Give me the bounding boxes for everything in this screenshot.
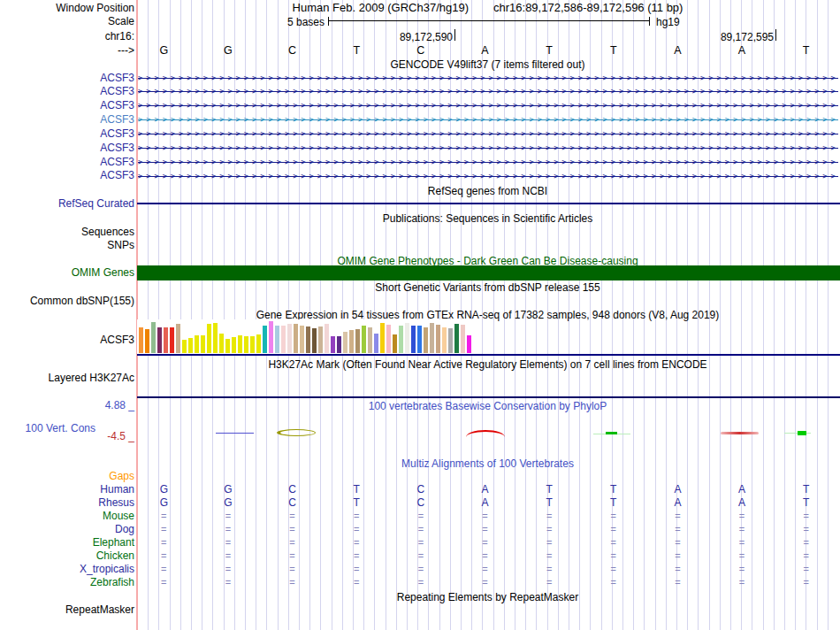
base-ruler[interactable]: GGCTCATTAAT [132, 45, 838, 57]
gtex-tissue-bar[interactable] [405, 323, 409, 353]
species-label-zebrafish[interactable]: Zebrafish [0, 577, 134, 588]
gtex-tissue-bar[interactable] [238, 335, 242, 353]
gtex-tissue-bar[interactable] [380, 323, 385, 353]
gene-label-acsf3-7[interactable]: ACSF3 [0, 157, 134, 168]
gtex-tissue-bar[interactable] [201, 335, 205, 353]
gtex-tissue-bar[interactable] [176, 324, 180, 353]
gene-arrow-line-1[interactable]: >>>>>>>>>>>>>>>>>>>>>>>>>>>>>>>>>>>>>>>>… [138, 73, 838, 83]
gene-label-acsf3-2[interactable]: ACSF3 [0, 86, 134, 97]
gtex-tissue-bar[interactable] [461, 325, 465, 353]
gene-label-acsf3-8[interactable]: ACSF3 [0, 170, 134, 181]
gencode-title[interactable]: GENCODE V49lift37 (7 items filtered out) [137, 59, 838, 71]
gtex-tissue-bar[interactable] [275, 326, 279, 353]
gtex-tissue-bar[interactable] [436, 325, 440, 353]
gtex-tissue-bar[interactable] [188, 338, 193, 353]
h3k27ac-label[interactable]: Layered H3K27Ac [0, 373, 134, 384]
gtex-tissue-bar[interactable] [225, 339, 230, 353]
gtex-tissue-bar[interactable] [170, 327, 174, 353]
gene-label-acsf3-6[interactable]: ACSF3 [0, 142, 134, 154]
species-label-gaps[interactable]: Gaps [0, 471, 134, 482]
gtex-tissue-bar[interactable] [368, 327, 372, 353]
gtex-tissue-bar[interactable] [343, 332, 347, 353]
refseq-curated-label[interactable]: RefSeq Curated [0, 198, 134, 210]
species-label-elephant[interactable]: Elephant [0, 537, 134, 549]
phylop-title[interactable]: 100 vertebrates Basewise Conservation by… [137, 401, 838, 412]
sequences-label[interactable]: Sequences [0, 227, 134, 238]
gtex-tissue-bar[interactable] [213, 323, 218, 353]
gene-arrow-line-3[interactable]: >>>>>>>>>>>>>>>>>>>>>>>>>>>>>>>>>>>>>>>>… [138, 101, 838, 111]
species-label-rhesus[interactable]: Rhesus [0, 497, 134, 509]
gtex-tissue-bar[interactable] [195, 335, 199, 353]
repeatmasker-title[interactable]: Repeating Elements by RepeatMasker [137, 592, 838, 603]
gtex-tissue-bar[interactable] [151, 322, 156, 353]
gtex-tissue-bar[interactable] [349, 330, 354, 353]
gtex-tissue-bar[interactable] [250, 336, 255, 353]
gtex-tissue-bar[interactable] [312, 328, 317, 353]
publications-title[interactable]: Publications: Sequences in Scientific Ar… [137, 213, 838, 225]
h3k27ac-title[interactable]: H3K27Ac Mark (Often Found Near Active Re… [137, 359, 838, 371]
gene-label-acsf3-4[interactable]: ACSF3 [0, 114, 134, 126]
gtex-tissue-bar[interactable] [300, 326, 304, 353]
dbsnp-label[interactable]: Common dbSNP(155) [0, 296, 134, 307]
gtex-tissue-bar[interactable] [294, 324, 298, 353]
dbsnp-title[interactable]: Short Genetic Variants from dbSNP releas… [137, 282, 838, 294]
gtex-tissue-bar[interactable] [424, 327, 428, 353]
gene-arrow-line-6[interactable]: >>>>>>>>>>>>>>>>>>>>>>>>>>>>>>>>>>>>>>>>… [138, 143, 838, 153]
gtex-tissue-bar[interactable] [467, 335, 471, 353]
gtex-tissue-bar[interactable] [287, 324, 292, 353]
gtex-tissue-bar[interactable] [442, 327, 447, 353]
gtex-tissue-bar[interactable] [399, 326, 403, 353]
gene-arrow-line-8[interactable]: >>>>>>>>>>>>>>>>>>>>>>>>>>>>>>>>>>>>>>>>… [138, 172, 838, 181]
gtex-tissue-bar[interactable] [281, 326, 286, 353]
repeatmasker-label[interactable]: RepeatMasker [0, 604, 134, 616]
alignment-row-rhesus: GGCTCATTAAT [132, 497, 838, 509]
gtex-tissue-bar[interactable] [337, 336, 341, 353]
species-label-dog[interactable]: Dog [0, 524, 134, 535]
gtex-tissue-bar[interactable] [448, 328, 453, 353]
gtex-tissue-bar[interactable] [182, 340, 187, 353]
gtex-tissue-bar[interactable] [232, 337, 236, 353]
gtex-tissue-bar[interactable] [256, 334, 261, 353]
gtex-tissue-bar[interactable] [417, 326, 422, 353]
gtex-tissue-bar[interactable] [139, 327, 143, 353]
species-label-human[interactable]: Human [0, 484, 134, 496]
gtex-tissue-bar[interactable] [374, 334, 378, 353]
gene-arrow-line-4[interactable]: >>>>>>>>>>>>>>>>>>>>>>>>>>>>>>>>>>>>>>>>… [138, 115, 838, 125]
gtex-tissue-bar[interactable] [157, 327, 162, 353]
gene-label-acsf3-3[interactable]: ACSF3 [0, 100, 134, 111]
gene-arrow-line-5[interactable]: >>>>>>>>>>>>>>>>>>>>>>>>>>>>>>>>>>>>>>>>… [138, 129, 838, 139]
gtex-tissue-bar[interactable] [331, 336, 335, 353]
gtex-tissue-bar[interactable] [263, 326, 267, 353]
gtex-tissue-bar[interactable] [386, 325, 391, 353]
gtex-tissue-bar[interactable] [411, 326, 416, 353]
multiz-title[interactable]: Multiz Alignments of 100 Vertebrates [137, 458, 838, 470]
gtex-tissue-bar[interactable] [219, 334, 224, 353]
gtex-tissue-bar[interactable] [362, 326, 366, 353]
gene-arrow-line-7[interactable]: >>>>>>>>>>>>>>>>>>>>>>>>>>>>>>>>>>>>>>>>… [138, 158, 838, 167]
gtex-tissue-bar[interactable] [244, 336, 248, 353]
gtex-tissue-bar[interactable] [325, 324, 329, 353]
gtex-tissue-bar[interactable] [355, 329, 360, 353]
refseq-curated-line[interactable] [137, 203, 840, 204]
gtex-bar-chart[interactable] [139, 321, 473, 353]
species-label-mouse[interactable]: Mouse [0, 511, 134, 522]
snps-label[interactable]: SNPs [0, 240, 134, 251]
gtex-tissue-bar[interactable] [393, 334, 397, 353]
omim-genes-label[interactable]: OMIM Genes [0, 267, 134, 279]
gtex-tissue-bar[interactable] [318, 327, 323, 353]
gene-label-acsf3-1[interactable]: ACSF3 [0, 73, 134, 84]
omim-gene-bar[interactable] [137, 265, 840, 280]
gtex-gene-label[interactable]: ACSF3 [0, 334, 134, 346]
gtex-tissue-bar[interactable] [430, 323, 434, 353]
species-label-chicken[interactable]: Chicken [0, 550, 134, 562]
gene-label-acsf3-5[interactable]: ACSF3 [0, 128, 134, 140]
gtex-tissue-bar[interactable] [164, 327, 168, 353]
gtex-tissue-bar[interactable] [269, 321, 273, 353]
gtex-tissue-bar[interactable] [306, 327, 310, 353]
gtex-tissue-bar[interactable] [454, 324, 459, 353]
refseq-title[interactable]: RefSeq genes from NCBI [137, 186, 838, 197]
species-label-xtropicalis[interactable]: X_tropicalis [0, 564, 134, 575]
gene-arrow-line-2[interactable]: >>>>>>>>>>>>>>>>>>>>>>>>>>>>>>>>>>>>>>>>… [138, 87, 838, 96]
gtex-tissue-bar[interactable] [145, 329, 149, 353]
gtex-tissue-bar[interactable] [207, 324, 211, 353]
